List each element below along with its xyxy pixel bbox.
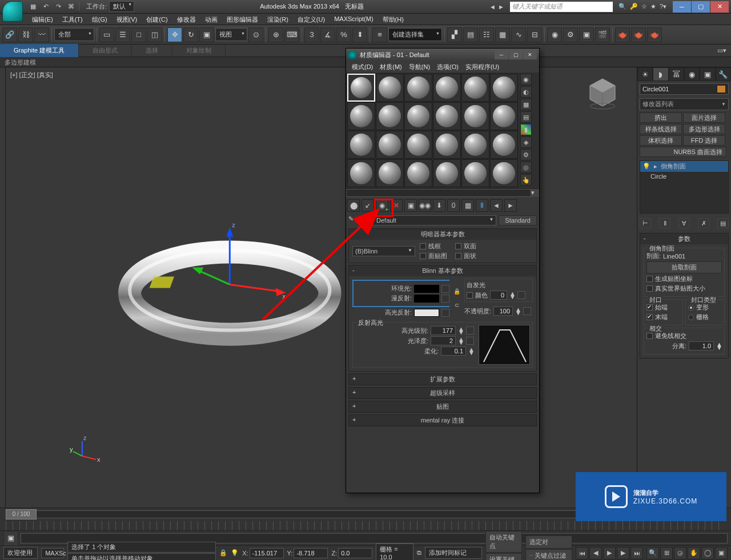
sample-type-icon[interactable]: ◉	[520, 74, 532, 85]
make-unique-icon[interactable]: ◉◉	[419, 199, 431, 212]
make-copy-icon[interactable]: ▣	[404, 199, 417, 212]
rollout-extended-header[interactable]: +扩展参数	[349, 374, 536, 385]
get-material-icon[interactable]: ⬤	[347, 199, 360, 212]
rollout-shader-header[interactable]: -明暗器基本参数	[349, 229, 536, 240]
menu-customize[interactable]: 自定义(U)	[293, 14, 330, 25]
mat-id-icon[interactable]: 0	[447, 199, 460, 212]
graphite-icon[interactable]: ▦	[495, 27, 510, 42]
sample-slot[interactable]	[404, 131, 432, 159]
radio-morph[interactable]	[688, 305, 694, 311]
lock-diffuse-specular-icon[interactable]: ⊂	[453, 301, 461, 309]
shader-dropdown[interactable]: (B)Blinn	[352, 246, 415, 256]
teapot3-icon[interactable]: 🫖	[647, 27, 662, 42]
ambient-map-btn[interactable]	[441, 285, 449, 293]
fov-icon[interactable]: ◶	[674, 547, 686, 559]
sample-slot[interactable]	[490, 159, 518, 187]
goto-start-icon[interactable]: ⏮	[576, 547, 588, 559]
link-icon[interactable]: 🔗	[2, 27, 17, 42]
viewport-label[interactable]: [+] [正交] [真实]	[10, 71, 53, 79]
workspace-dropdown[interactable]: 默认	[109, 1, 134, 12]
rollout-supersampling-header[interactable]: +超级采样	[349, 388, 536, 398]
menu-group[interactable]: 组(G)	[87, 14, 112, 25]
sample-uv-icon[interactable]: ▤	[520, 111, 532, 123]
save-icon[interactable]: ▦	[27, 2, 39, 12]
spinner-gloss[interactable]: 2	[431, 336, 456, 345]
rotate-icon[interactable]: ↻	[183, 27, 198, 42]
rollout-mentalray-header[interactable]: +mental ray 连接	[349, 415, 536, 426]
matdlg-close[interactable]: ✕	[523, 50, 537, 59]
select-icon[interactable]: ▭	[99, 27, 114, 42]
move-icon[interactable]: ✥	[167, 27, 182, 42]
zoom-icon[interactable]: 🔍	[646, 547, 659, 559]
sample-slot[interactable]	[404, 159, 432, 187]
pick-material-icon[interactable]: ✎	[348, 215, 359, 225]
key-icon[interactable]: 🔑	[630, 3, 638, 10]
show-end-result-icon[interactable]: Ⅱ	[476, 199, 488, 212]
orbit-icon[interactable]: ◯	[701, 547, 714, 559]
sample-slot[interactable]	[347, 131, 375, 159]
put-to-scene-icon[interactable]: ↙	[362, 199, 374, 212]
coord-y[interactable]: -8.718	[294, 548, 328, 558]
sample-slot-1[interactable]	[347, 74, 375, 102]
sample-slot[interactable]	[490, 74, 518, 102]
spinner-soften[interactable]: 0.1	[441, 347, 466, 356]
rollout-maps-header[interactable]: +贴图	[349, 401, 536, 412]
selfillum-map-btn[interactable]	[517, 291, 525, 299]
chk-capstart[interactable]	[646, 304, 653, 311]
tab-modify[interactable]: ◗	[653, 67, 668, 81]
modbtn-volsel[interactable]: 体积选择	[640, 135, 682, 146]
chk-realworld[interactable]	[646, 285, 653, 292]
material-editor-titlebar[interactable]: 材质编辑器 - 01 - Default ─ ▢ ✕	[346, 49, 539, 61]
sample-slot[interactable]	[461, 159, 489, 187]
viewport[interactable]: [+] [正交] [真实] z x z	[6, 67, 637, 507]
tab-graphite[interactable]: Graphite 建模工具	[0, 44, 79, 57]
trackbar-toggle-icon[interactable]: ▣	[3, 531, 18, 546]
go-sibling-icon[interactable]: ►	[504, 199, 517, 212]
setkey-button[interactable]: 设置关键点	[485, 553, 522, 560]
next-icon[interactable]: ►	[498, 3, 504, 10]
maxview-icon[interactable]: ▣	[715, 547, 728, 559]
teapot2-icon[interactable]: 🫖	[631, 27, 646, 42]
sample-slot[interactable]	[376, 159, 404, 187]
spinner-sep[interactable]: 1.0	[689, 341, 714, 350]
select-manip-icon[interactable]: ⊕	[268, 27, 283, 42]
minimize-button[interactable]: ─	[673, 1, 691, 13]
menu-views[interactable]: 视图(V)	[112, 14, 142, 25]
assign-to-sel-icon[interactable]: ◉▸	[376, 199, 388, 212]
matmenu-nav[interactable]: 导航(N)	[405, 61, 433, 72]
modbtn-ffdsel[interactable]: FFD 选择	[683, 135, 725, 146]
window-crossing-icon[interactable]: ◫	[147, 27, 162, 42]
ambient-swatch[interactable]	[414, 285, 439, 293]
curve-editor-icon[interactable]: ∿	[511, 27, 526, 42]
sample-slot[interactable]	[490, 102, 518, 130]
diffuse-swatch[interactable]	[414, 295, 439, 303]
namedset-dropdown[interactable]: 创建选择集	[388, 28, 442, 41]
remove-mod-icon[interactable]: ✗	[698, 218, 709, 228]
chk-facemap[interactable]	[420, 253, 426, 259]
lock-ambient-diffuse-icon[interactable]: 🔒	[453, 288, 461, 296]
select-by-mat-icon[interactable]: ◎	[520, 162, 532, 173]
matmenu-material[interactable]: 材质(M)	[376, 61, 405, 72]
backlight-icon[interactable]: ◐	[520, 86, 532, 98]
stack-item-active[interactable]: 💡 ▸ 倒角剖面	[640, 161, 728, 172]
gloss-map-btn[interactable]	[466, 337, 474, 345]
app-menu-button[interactable]	[2, 1, 23, 22]
go-parent-icon[interactable]: ◄	[490, 199, 503, 212]
chk-avoidint[interactable]	[646, 333, 653, 339]
tab-display[interactable]: ▣	[700, 67, 715, 81]
star-icon[interactable]: ☆	[641, 3, 647, 10]
speclevel-map-btn[interactable]	[466, 327, 474, 335]
sample-slot[interactable]	[433, 159, 461, 187]
sample-slot[interactable]	[490, 131, 518, 159]
diffuse-map-btn[interactable]	[441, 295, 449, 303]
help-icon[interactable]: ?▾	[660, 3, 666, 10]
matdlg-maximize[interactable]: ▢	[509, 50, 523, 59]
material-name-dropdown[interactable]: 01 - Default	[361, 215, 496, 225]
angle-snap-icon[interactable]: ∡	[320, 27, 335, 42]
rollout-params-header[interactable]: 参数	[640, 233, 728, 244]
maximize-button[interactable]: ▢	[692, 1, 710, 13]
mat-map-nav-icon[interactable]: 👆	[520, 174, 532, 186]
sample-slot[interactable]	[461, 102, 489, 130]
sample-slot[interactable]	[433, 102, 461, 130]
prev-frame-icon[interactable]: ◀	[589, 547, 602, 559]
